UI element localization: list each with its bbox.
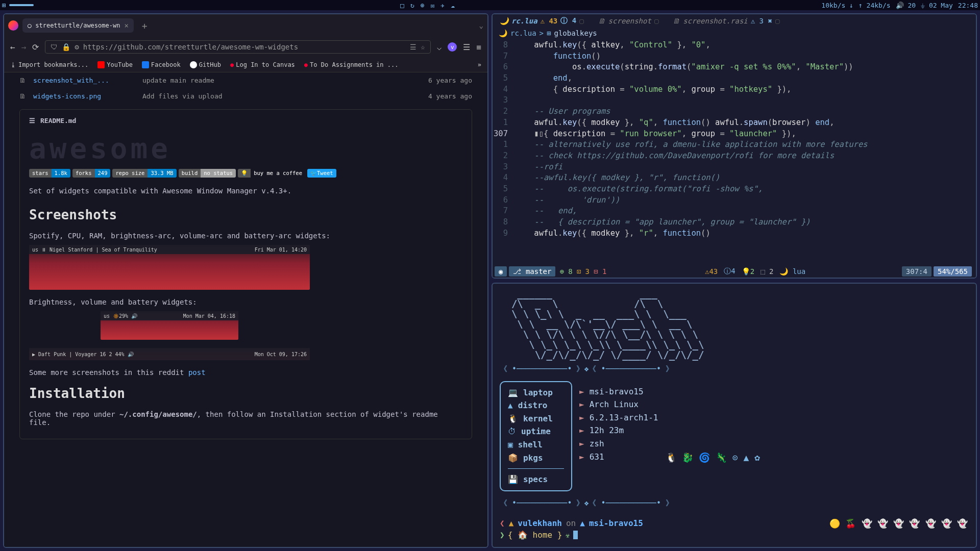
menu-icon[interactable]: ≡ bbox=[476, 42, 481, 52]
readme-header: ☰ README.md bbox=[29, 117, 462, 124]
firefox-logo-icon bbox=[8, 20, 18, 31]
breadcrumb: 🌙 rc.lua > ⊞ globalkeys bbox=[493, 28, 976, 39]
screenshot-caption: Spotify, CPU, RAM, brightness-arc, volum… bbox=[29, 232, 462, 240]
time: 22:48 bbox=[958, 2, 978, 9]
reader-icon[interactable]: ☰ bbox=[410, 43, 416, 51]
heading-screenshots: Screenshots bbox=[29, 207, 462, 224]
scroll-pct: 54%/565 bbox=[934, 266, 972, 277]
divider: 《 •───────────• 》❖《 •───────────• 》 bbox=[500, 498, 969, 508]
url-text: https://github.com/streetturtle/awesome-… bbox=[83, 43, 406, 51]
editor-tab[interactable]: 🌙rc.lua ⚠ 43 ⓘ 4 ▢ bbox=[493, 15, 591, 27]
extensions-icon[interactable]: ☰ bbox=[463, 42, 470, 52]
screenshot-image: us 🔅29% 🔊Mon Mar 04, 16:18 bbox=[101, 311, 238, 340]
star-icon[interactable]: ☆ bbox=[421, 43, 425, 51]
menu-icon[interactable]: ⊞ bbox=[2, 2, 6, 9]
awesome-logo: awesome bbox=[29, 132, 462, 165]
cursor-pos: 307:4 bbox=[902, 266, 932, 277]
ascii-logo: ______ ___ /\ _ \ /\ \ \ \ \_\ \ _ __ __… bbox=[500, 289, 969, 360]
diag-info: ⓘ4 bbox=[721, 267, 738, 276]
reddit-caption: Some more screenshots in this reddit pos… bbox=[29, 368, 462, 377]
bookmarks-overflow-icon[interactable]: » bbox=[478, 61, 481, 68]
shield-icon[interactable]: 🛡 bbox=[51, 43, 58, 51]
bookmark-canvas[interactable]: ●Log In to Canvas bbox=[230, 61, 295, 68]
code-area[interactable]: 8 awful.key({ altkey, "Control" }, "0",7… bbox=[493, 39, 976, 240]
net-up: ↑ 24kb/s bbox=[859, 2, 891, 9]
specs-label: specs bbox=[523, 473, 564, 486]
date: ⏚ 02 May bbox=[921, 2, 953, 9]
system-topbar: ⊞ □ ↻ ⊕ ✉ ✈ ☁ 10kb/s ↓ ↑ 24kb/s 🔊 20 ⏚ 0… bbox=[0, 0, 980, 10]
bookmark-import[interactable]: ⭳Import bookmarks... bbox=[10, 61, 88, 68]
screenshot-caption: Brightness, volume and battery widgets: bbox=[29, 298, 462, 306]
browser-tab[interactable]: ◯ streetturtle/awesome-wn × bbox=[22, 18, 134, 33]
cursor-block bbox=[573, 531, 578, 539]
close-tab-icon[interactable]: × bbox=[124, 21, 128, 30]
bookmark-facebook[interactable]: Facebook bbox=[142, 61, 181, 68]
profile-icon[interactable]: v bbox=[448, 42, 457, 52]
readme-desc: Set of widgets compatible with Awesome W… bbox=[29, 187, 462, 195]
editor-statusbar: ◉ ⎇ master ⊕ 8 ⊡ 3 ⊟ 1 ⚠43 ⓘ4 💡2 ⬚ 2 🌙 l… bbox=[493, 265, 976, 278]
file-icon: 🗎 bbox=[19, 77, 26, 84]
editor-window: 🌙rc.lua ⚠ 43 ⓘ 4 ▢🗎screenshot ▢🗎screensh… bbox=[492, 13, 977, 279]
tab-title: streetturtle/awesome-wn bbox=[35, 22, 120, 29]
file-row[interactable]: 🗎 screenshot_with_... update main readme… bbox=[19, 72, 472, 88]
badge-row: stars1.8kforks249repo size33.3 MBbuildno… bbox=[29, 169, 462, 178]
new-tab-button[interactable]: + bbox=[138, 20, 152, 31]
tabs-dropdown-icon[interactable]: ⌄ bbox=[479, 21, 483, 30]
editor-tabs: 🌙rc.lua ⚠ 43 ⓘ 4 ▢🗎screenshot ▢🗎screensh… bbox=[493, 14, 976, 28]
badge[interactable]: stars1.8k bbox=[29, 169, 70, 178]
terminal-window[interactable]: ______ ___ /\ _ \ /\ \ \ \ \_\ \ _ __ __… bbox=[492, 283, 977, 548]
prompt-input[interactable]: ❯ { 🏠 home } ☣ bbox=[500, 530, 969, 540]
badge[interactable]: repo size33.3 MB bbox=[112, 169, 176, 178]
lang-indicator: 🌙 lua bbox=[776, 267, 808, 276]
diag-warn: ⚠43 bbox=[702, 267, 721, 276]
git-modified: ⊡ 3 bbox=[575, 267, 592, 276]
divider: 《 •───────────• 》❖《 •───────────• 》 bbox=[500, 364, 969, 374]
bookmark-github[interactable]: GitHub bbox=[190, 61, 221, 68]
back-button[interactable]: ← bbox=[10, 42, 15, 52]
firefox-window: ◯ streetturtle/awesome-wn × + ⌄ ← → ⟳ 🛡 … bbox=[3, 13, 488, 548]
install-text: Clone the repo under ~/.config/awesome/,… bbox=[29, 410, 462, 427]
permissions-icon[interactable]: ⚙ bbox=[75, 43, 79, 51]
lock-icon[interactable]: 🔒 bbox=[62, 43, 70, 51]
reload-button[interactable]: ⟳ bbox=[32, 42, 39, 52]
volume[interactable]: 🔊 20 bbox=[896, 2, 916, 9]
pocket-icon[interactable]: ⌵ bbox=[437, 42, 442, 52]
editor-tab[interactable]: 🗎screenshot ▢ bbox=[591, 15, 666, 27]
screenshot-image: ▶ Daft Punk | Voyager 16 2 44% 🔊Mon Oct … bbox=[29, 348, 310, 360]
net-down: 10kb/s ↓ bbox=[821, 2, 853, 9]
ghost-palette: 🟡 🍒 👻 👻 👻 👻 👻 👻 👻 bbox=[829, 518, 968, 529]
bookmark-todo[interactable]: ●To Do Assignments in ... bbox=[304, 61, 399, 68]
heading-installation: Installation bbox=[29, 386, 462, 403]
editor-tab[interactable]: 🗎screenshot.rasi ⚠ 3 ✖ ▢ bbox=[666, 15, 787, 27]
file-icon: 🗎 bbox=[19, 92, 26, 100]
file-row[interactable]: 🗎 widgets-icons.png Add files via upload… bbox=[19, 88, 472, 104]
git-removed: ⊟ 1 bbox=[592, 267, 608, 276]
badge[interactable]: buildno status bbox=[179, 169, 236, 178]
tray-icons: □ ↻ ⊕ ✉ ✈ ☁ bbox=[400, 2, 455, 9]
bookmark-youtube[interactable]: YouTube bbox=[97, 61, 133, 68]
list-icon[interactable]: ☰ bbox=[29, 117, 35, 124]
screenshot-image: us ⏸ Nigel Stanford | Sea of Tranquility… bbox=[29, 245, 310, 290]
tag-indicator[interactable] bbox=[9, 4, 34, 6]
diag-hint: 💡2 bbox=[739, 267, 757, 276]
forward-button: → bbox=[21, 42, 27, 52]
sysinfo-box: 💻laptop▲distro🐧kernel⏱uptime▣shell📦pkgs … bbox=[500, 381, 572, 491]
icon-palette: 🐧 🐉 🌀 🦎 ⊙ ▲ ✿ bbox=[666, 381, 761, 491]
badge[interactable]: forks249 bbox=[72, 169, 111, 178]
git-added: ⊕ 8 bbox=[557, 267, 574, 276]
badge[interactable]: 💡buy me a coffee bbox=[238, 169, 305, 178]
url-bar[interactable]: 🛡 🔒 ⚙ https://github.com/streetturtle/aw… bbox=[45, 40, 430, 54]
badge[interactable]: 🐦Tweet bbox=[307, 169, 336, 178]
